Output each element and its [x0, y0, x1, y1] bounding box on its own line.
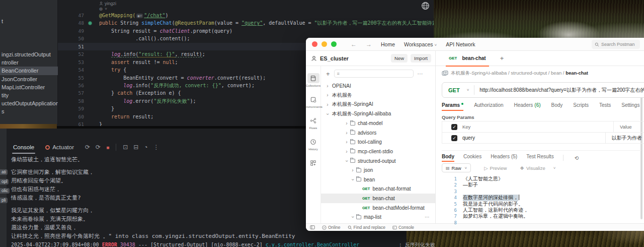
chevron-right-icon[interactable]: › [325, 83, 330, 89]
chevron-right-icon[interactable]: › [350, 167, 355, 173]
tree-collection-本机服务-SpringAI[interactable]: ›本机服务-SpringAI [321, 100, 435, 109]
project-tree-item[interactable]: uctedOutputApplication [0, 99, 58, 107]
project-tree-item[interactable]: t [2, 18, 3, 24]
tab-console[interactable]: Console [11, 141, 36, 154]
response-tab-body[interactable]: Body [442, 154, 454, 162]
endpoint-inlay-icon[interactable]: ◍ ˅ [99, 7, 108, 11]
project-tree-item[interactable]: ntroller [0, 58, 58, 67]
raw-view-button[interactable]: ▤ Raw ˅ [442, 163, 471, 172]
tree-folder-tool-calling[interactable]: ›tool-calling [321, 138, 435, 147]
globe-icon[interactable] [421, 2, 430, 10]
toggle-sidebar-button[interactable] [310, 225, 315, 230]
project-tree-item[interactable]: MapListController [0, 83, 58, 91]
request-tab-settings[interactable]: Settings [621, 102, 639, 111]
new-button[interactable]: New [391, 54, 408, 63]
request-tab-scripts[interactable]: Scripts [573, 102, 589, 111]
response-history-icon[interactable]: ⟲ [575, 155, 579, 161]
gauge-icon[interactable]: ◔ [144, 144, 147, 151]
console-button[interactable]: Console [392, 225, 414, 230]
chevron-down-icon[interactable]: › [325, 111, 331, 116]
breadcrumb-path[interactable]: 本机服务-SpringAI-alibaba / structured-outpu… [451, 70, 588, 77]
project-tree-item[interactable]: tity [0, 91, 58, 99]
online-status[interactable]: Online [322, 225, 341, 230]
rail-collections[interactable]: Collections [306, 73, 320, 87]
filter-collections-input[interactable]: ≡ [334, 70, 414, 78]
visualize-button[interactable]: ❖ Visualize [520, 165, 545, 171]
new-tab-button[interactable]: + [500, 54, 504, 62]
tree-folder-json[interactable]: ›json [321, 165, 435, 175]
chevron-right-icon[interactable]: › [344, 139, 349, 145]
tree-collection-OPENAI[interactable]: ›OPENAI [321, 81, 435, 91]
response-tab-test-results[interactable]: Test Results [526, 154, 553, 162]
close-window-button[interactable] [312, 41, 317, 47]
rerun-debug-icon[interactable]: ⟳ [96, 144, 101, 151]
chevron-down-icon[interactable]: ˅ [467, 88, 469, 92]
screenshot-icon[interactable]: ⊡ [123, 144, 128, 151]
preview-button[interactable]: ▷ Preview [484, 165, 507, 171]
rail-flows[interactable]: Flows [306, 115, 320, 130]
param-value[interactable]: 以影子为作者， [612, 135, 644, 142]
tree-request-bean-chat-format[interactable]: GETbean-chat-format [321, 184, 435, 194]
softwrap-icon[interactable]: ⊟ [133, 144, 138, 151]
import-button[interactable]: Import [411, 54, 431, 63]
tree-folder-advisors[interactable]: ›advisors [321, 128, 435, 138]
nav-back-icon[interactable]: ← [351, 41, 357, 48]
request-tab-tests[interactable]: Tests [599, 102, 611, 111]
more-actions-icon[interactable]: ⋯ [425, 214, 430, 220]
url-input[interactable]: http://localhost:8088/bean/chat?query=以影… [479, 87, 644, 94]
chevron-down-icon[interactable]: › [344, 158, 350, 163]
chevron-right-icon[interactable]: › [325, 92, 330, 98]
project-tree-item[interactable]: s [0, 107, 58, 115]
chevron-right-icon[interactable]: › [344, 149, 349, 154]
zoom-window-button[interactable] [331, 41, 337, 47]
spring-endpoint-gutter-icon[interactable] [88, 21, 92, 25]
project-tree-item[interactable]: JsonController [0, 75, 58, 83]
tree-collection-本机服务-SpringAI-alibaba[interactable]: ›本机服务-SpringAI-alibaba [321, 109, 435, 119]
kebab-menu-icon[interactable]: ⋮ [153, 144, 159, 151]
nav-workspaces[interactable]: Workspaces˅ [404, 41, 437, 47]
request-tab-headers[interactable]: Headers(6) [514, 102, 541, 111]
request-tab-params[interactable]: Params [442, 102, 463, 111]
chevron-right-icon[interactable]: › [344, 130, 349, 136]
project-tree-item[interactable]: ingzi.structedOutput [0, 50, 58, 58]
tree-folder-chat-model[interactable]: ›chat-model [321, 118, 435, 128]
stop-icon[interactable]: ■ [106, 145, 109, 150]
add-collection-button[interactable]: + [326, 70, 330, 78]
workspace-name[interactable]: ES_cluster [320, 55, 349, 61]
chevron-down-icon[interactable]: › [350, 215, 356, 220]
chevron-right-icon[interactable]: › [344, 120, 349, 126]
nav-home[interactable]: Home [381, 41, 395, 47]
param-key[interactable]: query [462, 135, 605, 141]
tree-folder-structured-output[interactable]: ›structured-output [321, 156, 435, 166]
chevron-down-icon[interactable]: ˅ [553, 166, 556, 170]
tree-folder-map-list[interactable]: ›map-list⋯ [321, 212, 435, 222]
chevron-down-icon[interactable]: › [350, 177, 356, 182]
nav-forward-icon[interactable]: → [366, 41, 372, 48]
request-tab-body[interactable]: Body [551, 102, 563, 111]
rail-history[interactable]: History [306, 137, 320, 151]
request-tab[interactable]: GET bean-chat [446, 51, 489, 66]
request-tab-authorization[interactable]: Authorization [474, 102, 503, 111]
project-tree-panel[interactable]: t ingzi.structedOutputntrollerBeanContro… [0, 0, 58, 124]
project-tree-item[interactable]: BeanController [0, 67, 58, 75]
tree-collection-本机服务[interactable]: ›本机服务 [321, 91, 435, 100]
nav-api-network[interactable]: API Network [446, 41, 475, 47]
tree-request-bean-chat[interactable]: GETbean-chat [321, 194, 435, 203]
rail-environments[interactable]: Environments [306, 94, 320, 108]
tree-folder-mcp-client-stdio[interactable]: ›mcp-client-stdio [321, 147, 435, 156]
response-tab-cookies[interactable]: Cookies [463, 154, 481, 162]
chevron-right-icon[interactable]: › [325, 102, 330, 107]
method-select[interactable]: GET [448, 87, 460, 93]
rail-apis[interactable] [306, 158, 320, 168]
response-tab-headers[interactable]: Headers(5) [491, 154, 517, 162]
tree-folder-bean[interactable]: ›bean [321, 175, 435, 184]
param-checkbox[interactable]: ✓ [451, 135, 457, 141]
collections-more-icon[interactable]: ⋯ [418, 71, 424, 77]
search-postman-box[interactable]: Search Postman [592, 40, 640, 49]
minimize-window-button[interactable] [321, 41, 327, 47]
find-and-replace[interactable]: Find and replace [348, 225, 385, 230]
rerun-icon[interactable]: ⟳ [85, 144, 90, 151]
response-body[interactable]: 1《人工智能之思》2—影子34在数字星河的深处徘徊，5我是游走于代码间的影子。6… [442, 176, 641, 228]
select-all-checkbox[interactable]: ✓ [451, 124, 457, 130]
tab-actuator[interactable]: Actuator [45, 144, 74, 150]
